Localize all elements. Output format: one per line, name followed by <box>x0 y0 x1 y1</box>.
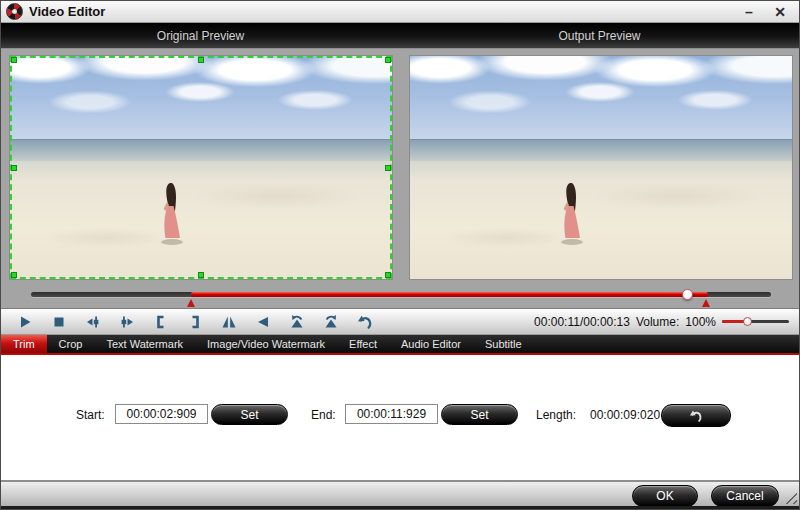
trim-range-bar[interactable] <box>191 292 708 297</box>
output-preview-video <box>409 55 793 280</box>
tab-text-watermark[interactable]: Text Watermark <box>94 335 195 353</box>
output-preview-label: Output Preview <box>400 23 799 48</box>
start-label: Start: <box>76 408 105 422</box>
timeline-track[interactable] <box>31 292 771 297</box>
person-figure <box>557 182 587 246</box>
volume-slider[interactable] <box>722 317 789 326</box>
beach-sky <box>10 56 392 139</box>
set-end-button[interactable]: Set <box>441 404 518 425</box>
beach-sky <box>410 56 792 139</box>
playhead-handle[interactable] <box>682 289 693 300</box>
undo-icon <box>689 409 703 423</box>
volume-handle[interactable] <box>743 317 752 326</box>
mark-start-bracket-icon[interactable] <box>150 311 172 333</box>
preview-stage <box>1 49 799 308</box>
editor-tabbar: Trim Crop Text Watermark Image/Video Wat… <box>1 335 799 353</box>
reset-trim-button[interactable] <box>661 404 731 427</box>
original-preview-video[interactable] <box>9 55 393 280</box>
set-start-button[interactable]: Set <box>211 404 288 425</box>
length-value: 00:00:09:020 <box>590 408 660 422</box>
tab-image-video-watermark[interactable]: Image/Video Watermark <box>195 335 337 353</box>
rotate-left-icon[interactable] <box>286 311 308 333</box>
end-time-input[interactable] <box>345 404 438 424</box>
flip-horizontal-icon[interactable] <box>218 311 240 333</box>
close-button[interactable]: ✕ <box>771 3 789 21</box>
ok-button[interactable]: OK <box>632 485 698 507</box>
step-to-end-icon[interactable] <box>116 311 138 333</box>
volume-label: Volume: <box>636 315 679 329</box>
tab-trim[interactable]: Trim <box>1 335 47 353</box>
start-time-input[interactable] <box>115 404 208 424</box>
step-to-start-icon[interactable] <box>82 311 104 333</box>
stop-icon[interactable] <box>48 311 70 333</box>
length-label: Length: <box>536 408 576 422</box>
cancel-button[interactable]: Cancel <box>711 485 779 507</box>
trim-start-marker[interactable] <box>187 299 195 307</box>
video-editor-window: Video Editor – ✕ Original Preview Output… <box>0 0 800 510</box>
person-figure <box>157 182 187 246</box>
beach-sea <box>10 139 392 161</box>
trim-end-marker[interactable] <box>702 299 710 307</box>
mark-end-bracket-icon[interactable] <box>184 311 206 333</box>
tab-crop[interactable]: Crop <box>47 335 95 353</box>
end-label: End: <box>311 408 336 422</box>
tab-audio-editor[interactable]: Audio Editor <box>389 335 473 353</box>
player-toolbar: 00:00:11/00:00:13 Volume: 100% <box>1 308 799 335</box>
trim-panel: Start: Set End: Set Length: 00:00:09:020 <box>1 355 799 480</box>
window-bottom-edge <box>1 506 799 510</box>
title-bar: Video Editor – ✕ <box>1 1 799 23</box>
beach-sand <box>410 161 792 279</box>
beach-sand <box>10 161 392 279</box>
time-display: 00:00:11/00:00:13 <box>534 315 630 329</box>
original-preview-label: Original Preview <box>1 23 400 48</box>
app-logo-icon <box>6 3 23 20</box>
preview-header: Original Preview Output Preview <box>1 23 799 49</box>
undo-icon[interactable] <box>354 311 376 333</box>
flip-vertical-icon[interactable] <box>252 311 274 333</box>
beach-sea <box>410 139 792 161</box>
window-title: Video Editor <box>29 4 105 19</box>
rotate-right-icon[interactable] <box>320 311 342 333</box>
tab-effect[interactable]: Effect <box>337 335 389 353</box>
resize-grip[interactable] <box>785 492 797 504</box>
tab-subtitle[interactable]: Subtitle <box>473 335 534 353</box>
play-icon[interactable] <box>14 311 36 333</box>
minimize-button[interactable]: – <box>740 3 758 21</box>
volume-value: 100% <box>685 315 716 329</box>
footer-bar: OK Cancel <box>1 482 799 506</box>
